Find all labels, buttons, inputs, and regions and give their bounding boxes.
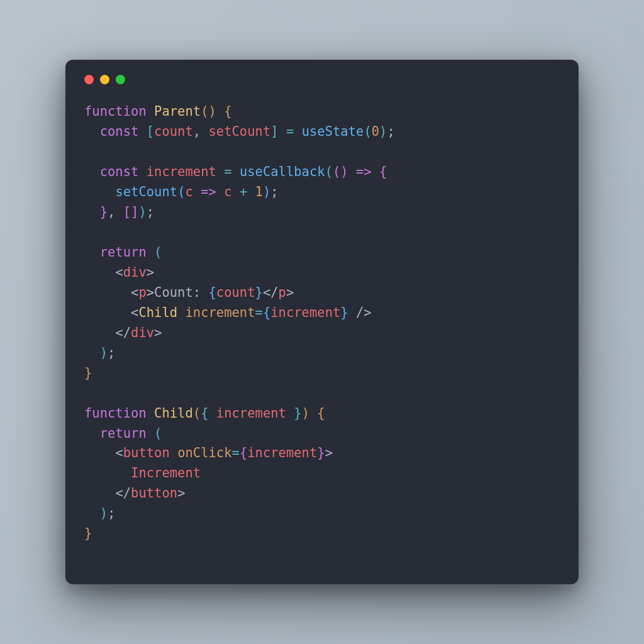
token: { (379, 164, 387, 179)
token (309, 406, 317, 421)
token: } (317, 445, 325, 460)
token: < (131, 305, 138, 320)
token: div (131, 325, 154, 340)
token: { (317, 406, 325, 421)
token: [ (123, 204, 131, 219)
token: > (177, 486, 185, 501)
token: ) (379, 124, 387, 139)
token (170, 445, 177, 460)
token: Child (154, 406, 193, 421)
code-line: <Child increment={increment} /> (84, 303, 560, 323)
token: ; (387, 124, 394, 139)
token: </ (263, 285, 279, 300)
minimize-icon[interactable] (100, 75, 109, 84)
token (84, 325, 115, 340)
token: ( (154, 245, 162, 260)
token: </ (115, 325, 131, 340)
token: increment (247, 445, 317, 460)
token: ( (325, 164, 333, 179)
token (84, 486, 115, 501)
token: Increment (131, 465, 201, 480)
token: div (123, 265, 147, 280)
token (147, 426, 154, 441)
token: 1 (255, 184, 263, 199)
token: { (201, 406, 208, 421)
token (138, 164, 146, 179)
token: ) (100, 506, 108, 521)
token: count (154, 124, 193, 139)
token: ) (263, 184, 270, 199)
token: [ (147, 124, 154, 139)
token: < (131, 285, 138, 300)
close-icon[interactable] (84, 75, 94, 84)
token: const (100, 164, 139, 179)
token: useCallback (240, 164, 325, 179)
token (193, 184, 201, 199)
token: ] (270, 124, 278, 139)
code-line: function Child({ increment }) { (84, 404, 560, 424)
token (138, 124, 146, 139)
token: ; (147, 204, 154, 219)
token: count (216, 285, 255, 300)
token: setCount (209, 124, 271, 139)
token: </ (115, 486, 131, 501)
token: => (201, 184, 216, 199)
token: increment (185, 305, 255, 320)
token: c (224, 184, 231, 199)
token (209, 406, 216, 421)
token (232, 184, 240, 199)
token: function (84, 406, 147, 421)
token: > (147, 265, 154, 280)
token: = (255, 305, 263, 320)
token (286, 406, 294, 421)
token (84, 445, 115, 460)
code-line: Increment (84, 464, 560, 484)
code-line: const [count, setCount] = useState(0); (84, 122, 560, 142)
token: /> (356, 305, 372, 320)
token (84, 465, 131, 480)
token (216, 104, 224, 119)
code-line: } (84, 364, 560, 384)
token: = (286, 124, 294, 139)
token: > (325, 445, 333, 460)
token: > (154, 325, 162, 340)
token: } (84, 365, 92, 380)
token (84, 345, 100, 360)
token: ( (364, 124, 371, 139)
token: ; (108, 345, 115, 360)
token: ( (201, 104, 208, 119)
token: increment (147, 164, 216, 179)
code-line: } (84, 524, 560, 544)
token: ) (100, 345, 108, 360)
token: p (138, 285, 146, 300)
token: ( (177, 184, 185, 199)
code-line: function Parent() { (84, 102, 560, 122)
token (115, 204, 123, 219)
token (84, 305, 131, 320)
token (232, 164, 240, 179)
token (84, 124, 100, 139)
token: function (84, 104, 147, 119)
token: increment (270, 305, 340, 320)
code-line: <button onClick={increment}> (84, 443, 560, 464)
code-line: setCount(c => c + 1); (84, 182, 560, 203)
code-line: const increment = useCallback(() => { (84, 162, 560, 182)
code-line (84, 384, 560, 404)
window-controls (84, 75, 560, 84)
token (247, 184, 255, 199)
code-window: function Parent() { const [count, setCou… (65, 60, 579, 584)
maximize-icon[interactable] (116, 75, 125, 84)
token (177, 305, 185, 320)
token: ) (138, 204, 146, 219)
token: { (224, 104, 231, 119)
token: } (340, 305, 348, 320)
code-editor[interactable]: function Parent() { const [count, setCou… (84, 102, 560, 544)
token (84, 245, 100, 260)
token (84, 164, 100, 179)
token: ) (340, 164, 348, 179)
token: ( (333, 164, 340, 179)
code-line (84, 142, 560, 162)
code-line: ); (84, 343, 560, 364)
token: c (185, 184, 192, 199)
code-line: return ( (84, 243, 560, 263)
